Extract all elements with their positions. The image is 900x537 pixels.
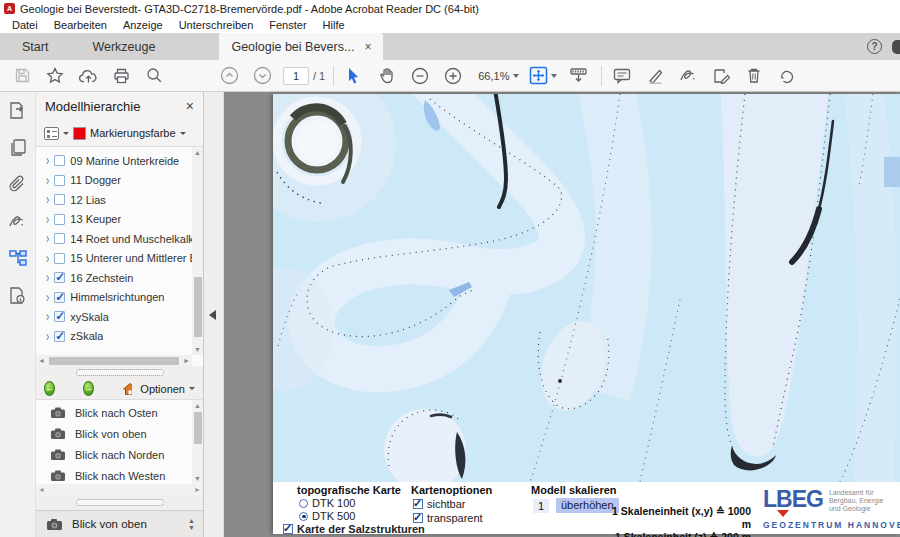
cloud-upload-button[interactable] <box>76 64 100 88</box>
transparent-row[interactable]: transparent <box>413 512 483 524</box>
tab-document[interactable]: Geologie bei Bevers... × <box>219 33 383 60</box>
tree-item[interactable]: ›13 Keuper <box>46 210 192 230</box>
visible-checkbox[interactable] <box>413 499 423 509</box>
tree-item[interactable]: ›11 Dogger <box>46 171 192 191</box>
menu-anzeige[interactable]: Anzeige <box>115 19 171 31</box>
page-number-input[interactable]: 1 <box>283 67 309 85</box>
view-item[interactable]: Blick nach Osten <box>50 402 192 423</box>
model-tree-icon[interactable] <box>6 248 30 268</box>
scrollbar-thumb[interactable] <box>49 357 179 365</box>
chevron-right-icon[interactable]: › <box>46 212 49 227</box>
signatures-icon[interactable] <box>6 211 30 231</box>
dtk100-radio-row[interactable]: DTK 100 <box>299 497 355 509</box>
transparent-checkbox[interactable] <box>413 513 423 523</box>
document-properties-icon[interactable] <box>6 285 30 305</box>
zoom-level-control[interactable]: 66,1% <box>478 70 519 82</box>
attachments-icon[interactable] <box>6 174 30 194</box>
tree-item[interactable]: ›16 Zechstein <box>46 268 192 288</box>
scrollbar-thumb[interactable] <box>194 412 202 444</box>
tree-item-checkbox[interactable] <box>54 175 65 186</box>
collapse-panel-icon[interactable] <box>209 310 216 320</box>
tree-item-checkbox[interactable] <box>54 214 65 225</box>
tree-item-checkbox[interactable] <box>54 331 65 342</box>
pdf-page[interactable]: topografische Karte DTK 100 DTK 500 Kart… <box>273 94 900 534</box>
chevron-right-icon[interactable]: › <box>46 173 49 188</box>
comment-button[interactable] <box>610 64 634 88</box>
page-thumbnails-icon[interactable] <box>6 137 30 157</box>
previous-view-button[interactable]: ← <box>44 381 55 396</box>
zoom-in-button[interactable] <box>441 64 465 88</box>
view-spinner[interactable]: ▲▼ <box>188 518 195 531</box>
menu-unterschreiben[interactable]: Unterschreiben <box>171 19 262 31</box>
chevron-right-icon[interactable]: › <box>46 270 49 285</box>
tree-horizontal-scrollbar[interactable]: ◄ ► <box>36 355 192 366</box>
tree-options-icon[interactable] <box>44 127 59 140</box>
scrollbar-thumb[interactable] <box>194 277 202 337</box>
tree-item[interactable]: ›14 Roet und Muschelkalk <box>46 229 192 249</box>
export-pdf-icon[interactable] <box>6 100 30 120</box>
close-tab-icon[interactable]: × <box>364 40 371 54</box>
chevron-right-icon[interactable]: › <box>46 290 49 305</box>
panel-splitter[interactable] <box>36 494 203 510</box>
tree-item[interactable]: ›zSkala <box>46 327 192 347</box>
highlight-button[interactable] <box>643 64 667 88</box>
dtk100-radio[interactable] <box>299 499 308 508</box>
current-view-row[interactable]: Blick von oben ▲▼ <box>36 510 203 537</box>
next-page-button[interactable] <box>250 64 274 88</box>
scroll-down-icon[interactable]: ▼ <box>192 344 203 355</box>
views-vertical-scrollbar[interactable]: ▲ ▼ <box>192 400 203 484</box>
3d-model-canvas[interactable] <box>273 94 900 482</box>
salt-structures-checkbox[interactable] <box>283 524 293 534</box>
salt-structures-row[interactable]: Karte der Salzstrukturen <box>283 523 425 535</box>
home-view-icon[interactable] <box>122 382 133 396</box>
dtk500-radio-row[interactable]: DTK 500 <box>299 510 355 522</box>
zoom-out-button[interactable] <box>408 64 432 88</box>
tree-item[interactable]: ›12 Lias <box>46 190 192 210</box>
chevron-right-icon[interactable]: › <box>46 192 49 207</box>
tree-item-checkbox[interactable] <box>54 311 65 322</box>
chevron-right-icon[interactable]: › <box>46 153 49 168</box>
tree-item-checkbox[interactable] <box>54 272 65 283</box>
close-panel-icon[interactable]: × <box>186 98 194 114</box>
dtk500-radio[interactable] <box>299 512 308 521</box>
star-button[interactable] <box>43 64 67 88</box>
search-icon[interactable] <box>142 64 166 88</box>
tree-item[interactable]: ›15 Unterer und Mittlerer Bur <box>46 249 192 269</box>
page-scrolling-button[interactable] <box>566 64 590 88</box>
scale-value-input[interactable]: 1 <box>533 499 549 513</box>
tree-item-checkbox[interactable] <box>54 233 65 244</box>
scroll-left-icon[interactable]: ◄ <box>36 486 47 493</box>
scroll-up-icon[interactable]: ▲ <box>192 400 203 411</box>
tree-item-checkbox[interactable] <box>54 253 65 264</box>
tree-item[interactable]: ›Himmelsrichtungen <box>46 288 192 308</box>
marking-color-swatch[interactable] <box>73 127 86 140</box>
tree-item[interactable]: ›xySkala <box>46 307 192 327</box>
menu-fenster[interactable]: Fenster <box>261 19 314 31</box>
tree-item-checkbox[interactable] <box>54 155 65 166</box>
sign-button[interactable] <box>676 64 700 88</box>
help-icon[interactable]: ? <box>867 39 882 54</box>
chevron-right-icon[interactable]: › <box>46 251 49 266</box>
options-menu[interactable]: Optionen <box>140 383 195 395</box>
panel-splitter[interactable] <box>36 366 203 378</box>
chevron-right-icon[interactable]: › <box>46 309 49 324</box>
visible-row[interactable]: sichtbar <box>413 498 466 510</box>
tree-item-checkbox[interactable] <box>54 194 65 205</box>
scroll-right-icon[interactable]: ► <box>192 486 203 493</box>
previous-page-button[interactable] <box>217 64 241 88</box>
rotate-button[interactable] <box>775 64 799 88</box>
tree-item-checkbox[interactable] <box>54 292 65 303</box>
view-item[interactable]: Blick nach Norden <box>50 444 192 465</box>
tree-item[interactable]: ›09 Marine Unterkreide <box>46 151 192 171</box>
view-item[interactable]: Blick von oben <box>50 423 192 444</box>
notification-bell-icon[interactable] <box>892 40 900 54</box>
select-tool-button[interactable] <box>342 64 366 88</box>
scroll-down-icon[interactable]: ▼ <box>192 473 203 484</box>
tab-start[interactable]: Start <box>0 33 70 60</box>
next-view-button[interactable]: → <box>83 381 94 396</box>
fit-page-button[interactable] <box>529 64 557 88</box>
save-button[interactable] <box>10 64 34 88</box>
menu-datei[interactable]: Datei <box>4 19 46 31</box>
chevron-right-icon[interactable]: › <box>46 329 49 344</box>
views-horizontal-scrollbar[interactable]: ◄ ► <box>36 484 203 494</box>
